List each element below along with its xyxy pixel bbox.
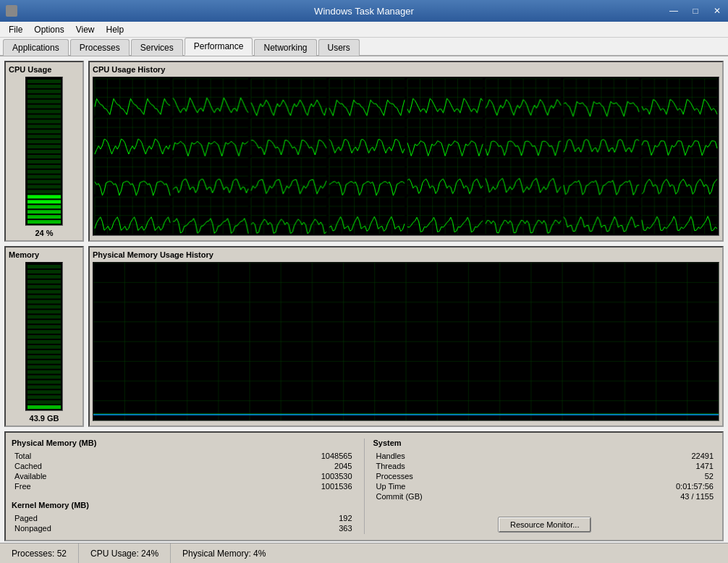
kernel-memory-table: Paged 192 Nonpaged 363 [12,512,355,534]
table-row: Up Time 0:01:57:56 [375,482,716,491]
cpu-bar [25,77,63,226]
tab-applications[interactable]: Applications [3,39,69,56]
pm-total-label: Total [13,452,185,460]
pm-cached-value: 2045 [187,462,353,470]
top-row: CPU Usage 24 % CPU Usage History [4,61,724,242]
memory-panel: Memory 43.9 GB [4,246,84,427]
status-memory: Physical Memory: 4% [171,543,277,563]
sys-processes-label: Processes [375,472,561,481]
pm-available-value: 1003530 [187,472,353,481]
bottom-row: Memory 43.9 GB Physical Memory Usage His… [4,246,724,427]
status-processes: Processes: 52 [0,543,79,563]
app-icon [6,5,17,17]
physical-memory-stats: Physical Memory (MB) Total 1048565 Cache… [12,439,355,534]
cpu-history-panel: CPU Usage History [88,61,724,242]
sys-uptime-label: Up Time [375,482,561,491]
titlebar-controls: — □ ✕ [663,0,728,22]
table-row: Nonpaged 363 [13,524,354,533]
window-title: Windows Task Manager [314,6,414,17]
stats-divider [364,439,365,534]
memory-title: Memory [9,250,39,259]
cpu-history-canvas [93,77,719,236]
menu-view[interactable]: View [70,23,101,36]
sys-threads-value: 1471 [562,462,715,470]
memory-value-label: 43.9 GB [30,414,59,423]
sys-processes-value: 52 [562,472,715,481]
table-row: Paged 192 [13,514,354,522]
table-row: Commit (GB) 43 / 1155 [375,492,716,501]
cpu-usage-title: CPU Usage [9,65,51,74]
tab-users[interactable]: Users [318,39,360,56]
sys-commit-value: 43 / 1155 [562,492,715,501]
mem-history-canvas [93,262,719,421]
pm-available-label: Available [13,472,185,481]
km-paged-value: 192 [255,514,354,522]
pm-free-label: Free [13,482,185,491]
status-cpu: CPU Usage: 24% [79,543,171,563]
resource-monitor-button[interactable]: Resource Monitor... [498,517,591,533]
minimize-button[interactable]: — [663,0,685,22]
physical-memory-table: Total 1048565 Cached 2045 Available 1003… [12,450,355,492]
system-stats: System Handles 22491 Threads 1471 Proces… [373,439,717,534]
pm-total-value: 1048565 [187,452,353,460]
table-row: Threads 1471 [375,462,716,470]
table-row: Total 1048565 [13,452,354,460]
main-content: CPU Usage 24 % CPU Usage History Memory … [0,56,728,543]
tab-networking[interactable]: Networking [254,39,316,56]
pm-free-value: 1001536 [187,482,353,491]
sys-uptime-value: 0:01:57:56 [562,482,715,491]
physical-memory-section-title: Physical Memory (MB) [12,439,355,447]
table-row: Available 1003530 [13,472,354,481]
sys-commit-label: Commit (GB) [375,492,561,501]
menu-options[interactable]: Options [28,23,69,36]
tab-performance[interactable]: Performance [185,38,253,56]
kernel-memory-section-title: Kernel Memory (MB) [12,501,355,509]
mem-history-panel: Physical Memory Usage History [88,246,724,427]
menubar: File Options View Help [0,22,728,38]
system-section-title: System [373,439,717,447]
tabbar: Applications Processes Services Performa… [0,38,728,56]
mem-history-title: Physical Memory Usage History [93,250,719,259]
cpu-percent-label: 24 % [35,229,53,237]
cpu-usage-panel: CPU Usage 24 % [4,61,84,242]
sys-handles-label: Handles [375,452,561,460]
tab-processes[interactable]: Processes [70,39,130,56]
stats-row: Physical Memory (MB) Total 1048565 Cache… [4,431,724,541]
sys-threads-label: Threads [375,462,561,470]
maximize-button[interactable]: □ [685,0,706,22]
sys-handles-value: 22491 [562,452,715,460]
cpu-history-title: CPU Usage History [93,65,719,74]
table-row: Handles 22491 [375,452,716,460]
km-nonpaged-label: Nonpaged [13,524,254,533]
menu-file[interactable]: File [3,23,28,36]
km-paged-label: Paged [13,514,254,522]
table-row: Free 1001536 [13,482,354,491]
table-row: Processes 52 [375,472,716,481]
pm-cached-label: Cached [13,462,185,470]
table-row: Cached 2045 [13,462,354,470]
close-button[interactable]: ✕ [706,0,728,22]
menu-help[interactable]: Help [101,23,130,36]
memory-bar [25,262,63,411]
system-table: Handles 22491 Threads 1471 Processes 52 … [373,450,717,502]
statusbar: Processes: 52 CPU Usage: 24% Physical Me… [0,543,728,563]
km-nonpaged-value: 363 [255,524,354,533]
tab-services[interactable]: Services [131,39,183,56]
titlebar: Windows Task Manager — □ ✕ [0,0,728,22]
